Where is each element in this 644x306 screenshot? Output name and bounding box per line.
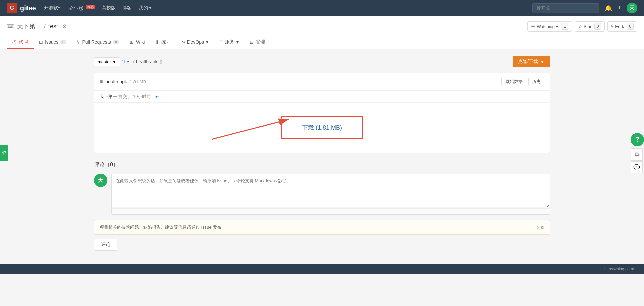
tab-code[interactable]: ⟨/⟩ 代码	[7, 36, 34, 49]
comment-input-row: 天	[94, 174, 550, 215]
warning-text: 项目相关的技术问题、缺陷报告、建议等信息请通过 Issue 发布	[100, 224, 221, 230]
footer-bar: https://bing.com/...	[0, 264, 644, 274]
help-button[interactable]: ?	[631, 133, 644, 146]
top-navbar: G gitee 开源软件 企业版 特惠 高校版 博客 我的 ▾ 🔔 + 天	[0, 0, 644, 16]
tab-wiki-label: Wiki	[136, 39, 145, 45]
tab-pullrequests[interactable]: ⑂ Pull Requests 0	[72, 36, 124, 49]
commit-dot: .	[152, 94, 153, 99]
file-type-icon: ≡	[100, 79, 103, 85]
branch-name: master	[98, 59, 111, 64]
commit-verb: 提交于	[118, 94, 131, 100]
external-link-icon[interactable]: ⧉	[631, 148, 643, 161]
services-icon: ⌃	[219, 39, 223, 45]
file-info: ≡ health.apk 1.81 MB	[100, 79, 146, 85]
svg-line-1	[212, 119, 289, 139]
history-button[interactable]: 历史	[528, 77, 544, 86]
branch-selector[interactable]: master ▼	[94, 57, 120, 66]
star-icon: ☆	[578, 24, 582, 29]
issues-icon: ⊡	[39, 39, 43, 45]
clone-label: 克隆/下载	[518, 59, 538, 65]
tab-devops[interactable]: ∞ DevOps ▾	[176, 36, 214, 49]
devops-icon: ∞	[181, 39, 185, 45]
comment-textarea[interactable]	[112, 174, 550, 207]
repo-header: ⌨ 天下第一 / test ⚙ 👁 Watching ▾ 1 ☆ Star 0 …	[0, 16, 644, 49]
comments-title: 评论（0）	[94, 161, 550, 168]
repo-owner[interactable]: 天下第一	[17, 22, 41, 30]
warning-box: 项目相关的技术问题、缺陷报告、建议等信息请通过 Issue 发布 200	[94, 220, 550, 235]
wiki-icon: ⊞	[130, 39, 134, 45]
download-label: 下载 (1.81 MB)	[302, 124, 342, 132]
fork-icon: ⑂	[611, 24, 614, 29]
clone-download-button[interactable]: 克隆/下载 ▼	[513, 56, 550, 67]
enterprise-badge: 特惠	[86, 5, 95, 9]
copy-path-icon[interactable]: ⎘	[160, 59, 162, 64]
repo-tabs: ⟨/⟩ 代码 ⊡ Issues 0 ⑂ Pull Requests 0 ⊞ Wi…	[7, 36, 637, 49]
tab-manage[interactable]: ⊟ 管理	[244, 36, 270, 49]
code-icon: ⟨/⟩	[12, 39, 17, 45]
tab-issues-label: Issues	[45, 39, 58, 45]
tab-manage-label: 管理	[256, 39, 265, 45]
star-label: Star	[584, 24, 592, 29]
breadcrumb-file: health.apk	[136, 59, 158, 64]
tab-issues[interactable]: ⊡ Issues 0	[34, 36, 72, 49]
repo-name[interactable]: test	[48, 23, 58, 30]
side-float-badge[interactable]: 47	[0, 145, 8, 161]
nav-link-opensource[interactable]: 开源软件	[44, 5, 63, 11]
tab-services[interactable]: ⌃ 服务 ▾	[214, 36, 244, 49]
fork-count: 0	[627, 23, 634, 30]
download-area: 下载 (1.81 MB)	[94, 103, 550, 153]
path-row: master ▼ / test / health.apk ⎘ 克隆/下载 ▼	[94, 56, 550, 67]
logo[interactable]: G gitee	[7, 3, 36, 13]
fork-label: Fork	[615, 24, 624, 29]
commit-link[interactable]: test	[155, 94, 162, 99]
comment-footer	[112, 208, 550, 214]
comments-section: 评论（0） 天 项目相关的技术问题、缺陷报告、建议等信息请通过 Issue 发布…	[94, 161, 550, 251]
commit-author[interactable]: 天下第一	[100, 94, 117, 100]
file-header: ≡ health.apk 1.81 MB 原始数据 历史	[94, 73, 550, 91]
stats-icon: ⊪	[155, 39, 159, 45]
pr-badge: 0	[113, 40, 119, 44]
star-button[interactable]: ☆ Star 0	[575, 21, 605, 32]
repo-title-row: ⌨ 天下第一 / test ⚙ 👁 Watching ▾ 1 ☆ Star 0 …	[7, 21, 637, 32]
comment-avatar: 天	[94, 174, 107, 187]
breadcrumb-separator: /	[122, 59, 123, 64]
nav-link-blog[interactable]: 博客	[122, 5, 132, 11]
nav-links: 开源软件 企业版 特惠 高校版 博客 我的 ▾	[44, 5, 525, 12]
tab-pr-label: Pull Requests	[82, 39, 111, 45]
raw-button[interactable]: 原始数据	[501, 77, 526, 86]
feedback-icon[interactable]: 💬	[631, 161, 643, 173]
file-actions: 原始数据 历史	[501, 77, 544, 86]
logo-text: gitee	[20, 4, 36, 12]
main-content: master ▼ / test / health.apk ⎘ 克隆/下载 ▼ ≡…	[87, 56, 557, 251]
tab-stats[interactable]: ⊪ 统计	[150, 36, 176, 49]
commit-row: 天下第一 提交于 10小时前 . test	[94, 91, 550, 103]
nav-link-enterprise[interactable]: 企业版 特惠	[69, 5, 95, 12]
breadcrumb-repo-link[interactable]: test	[124, 59, 132, 64]
submit-comment-button[interactable]: 评论	[94, 239, 117, 251]
bell-icon[interactable]: 🔔	[605, 4, 612, 12]
download-button[interactable]: 下载 (1.81 MB)	[281, 116, 363, 139]
watch-label: Watching	[537, 24, 555, 29]
nav-link-mine[interactable]: 我的 ▾	[139, 5, 152, 11]
nav-link-university[interactable]: 高校版	[102, 5, 116, 11]
add-icon[interactable]: +	[618, 5, 621, 12]
avatar[interactable]: 天	[627, 3, 637, 13]
settings-icon[interactable]: ⚙	[62, 23, 67, 30]
repo-title: ⌨ 天下第一 / test ⚙	[7, 22, 67, 30]
file-size: 1.81 MB	[130, 79, 146, 84]
tab-code-label: 代码	[19, 39, 28, 45]
file-card: ≡ health.apk 1.81 MB 原始数据 历史 天下第一 提交于 10…	[94, 73, 550, 153]
breadcrumb: master ▼ / test / health.apk ⎘	[94, 57, 162, 66]
clone-dropdown-icon: ▼	[540, 59, 545, 64]
eye-icon: 👁	[531, 24, 535, 29]
tab-devops-label: DevOps	[187, 39, 204, 45]
tab-wiki[interactable]: ⊞ Wiki	[124, 36, 150, 49]
search-input[interactable]	[532, 3, 599, 13]
dropdown-icon: ▾	[556, 24, 558, 29]
fork-button[interactable]: ⑂ Fork 0	[607, 21, 637, 32]
nav-right: 🔔 + 天	[532, 3, 637, 13]
char-count: 200	[537, 225, 544, 230]
watch-button[interactable]: 👁 Watching ▾ 1	[527, 21, 572, 32]
issues-badge: 0	[60, 40, 66, 44]
repo-slash: /	[44, 23, 46, 30]
